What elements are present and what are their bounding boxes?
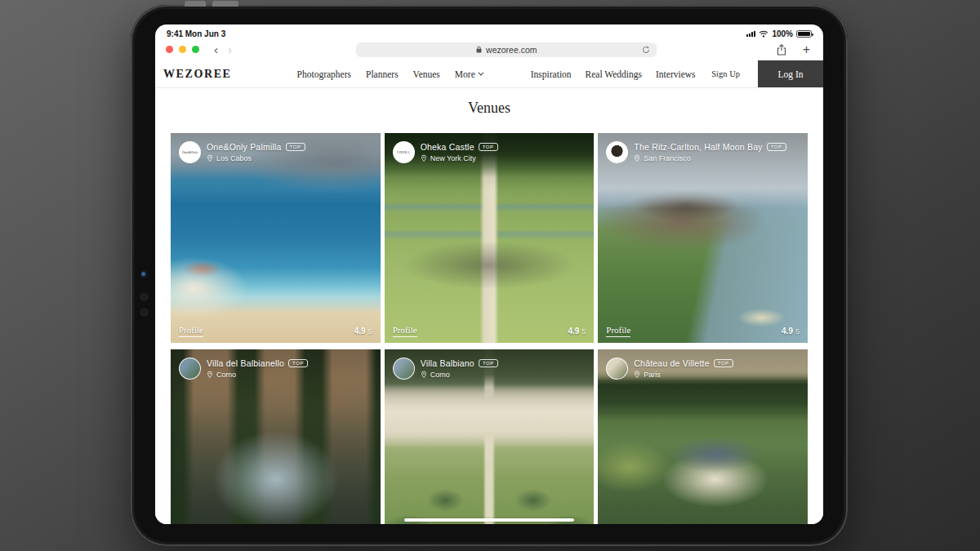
venue-location: Paris	[644, 371, 661, 379]
venue-rating: 4.9	[782, 327, 793, 335]
share-icon[interactable]	[777, 44, 786, 56]
forward-button[interactable]: ›	[223, 43, 237, 56]
chevron-down-icon	[478, 70, 483, 76]
profile-link[interactable]: Profile	[179, 325, 203, 337]
location-pin-icon	[634, 371, 640, 379]
nav-inspiration[interactable]: Inspiration	[531, 69, 572, 79]
page-title: Venues	[155, 88, 823, 133]
nav-planners[interactable]: Planners	[366, 69, 399, 79]
web-page: WEZOREE Photographers Planners Venues Mo…	[155, 60, 823, 524]
location-pin-icon	[207, 371, 213, 379]
venue-name: One&Only Palmilla	[207, 142, 282, 152]
home-indicator[interactable]	[404, 518, 574, 522]
location-pin-icon	[421, 154, 427, 162]
venue-review-count: 5	[795, 327, 800, 335]
minimize-window-button[interactable]	[179, 46, 186, 53]
bezel-sensor-dot	[140, 308, 149, 317]
venue-location: Como	[216, 371, 236, 379]
venue-avatar[interactable]	[393, 358, 415, 380]
venue-avatar[interactable]	[179, 358, 201, 380]
venue-card-oheka-castle[interactable]: OHEKA Oheka CastleTOP New York City Prof…	[385, 133, 595, 343]
location-pin-icon	[207, 154, 213, 162]
sign-up-link[interactable]: Sign Up	[711, 69, 758, 78]
lock-icon	[476, 46, 482, 53]
nav-real-weddings[interactable]: Real Weddings	[586, 69, 642, 79]
location-pin-icon	[421, 371, 427, 379]
device-screen: 9:41 Mon Jun 3 100% ‹ ›	[155, 24, 823, 524]
top-badge: TOP	[288, 359, 308, 367]
venue-name: Villa Balbiano	[421, 358, 474, 368]
cellular-signal-icon	[746, 31, 755, 38]
status-bar: 9:41 Mon Jun 3 100%	[155, 24, 823, 38]
venue-avatar[interactable]: One&Only	[179, 141, 201, 163]
nav-venues[interactable]: Venues	[413, 69, 440, 79]
nav-interviews[interactable]: Interviews	[656, 69, 696, 79]
power-button	[185, 1, 206, 7]
battery-percent-label: 100%	[772, 29, 793, 38]
wezoree-logo[interactable]: WEZOREE	[163, 68, 232, 81]
url-text: wezoree.com	[486, 45, 537, 55]
log-in-button[interactable]: Log In	[758, 60, 823, 87]
ipad-device-frame: 9:41 Mon Jun 3 100% ‹ ›	[131, 5, 848, 546]
volume-button	[212, 1, 238, 7]
refresh-icon[interactable]	[642, 46, 650, 54]
bezel-sensor-dot	[140, 292, 149, 301]
profile-link[interactable]: Profile	[606, 325, 630, 337]
top-badge: TOP	[479, 143, 498, 151]
venue-card-one-and-only-palmilla[interactable]: One&Only One&Only PalmillaTOP Los Cabos …	[171, 133, 381, 343]
venue-rating: 4.9	[354, 327, 366, 335]
venue-name: Château de Villette	[634, 358, 709, 368]
primary-nav: Photographers Planners Venues More	[297, 69, 482, 79]
new-tab-button[interactable]: +	[803, 43, 810, 56]
venue-name: Oheka Castle	[421, 142, 474, 152]
window-controls	[166, 46, 199, 53]
top-badge: TOP	[714, 359, 733, 367]
top-badge: TOP	[767, 143, 786, 151]
secondary-nav: Inspiration Real Weddings Interviews	[531, 69, 696, 79]
venue-review-count: 5	[368, 327, 372, 335]
venue-card-chateau-de-villette[interactable]: Château de VilletteTOP Paris	[598, 349, 808, 524]
back-button[interactable]: ‹	[209, 43, 223, 56]
address-bar[interactable]: wezoree.com	[356, 42, 657, 57]
site-header: WEZOREE Photographers Planners Venues Mo…	[155, 60, 823, 88]
venue-name: The Ritz-Carlton, Half Moon Bay	[634, 142, 762, 152]
nav-photographers[interactable]: Photographers	[297, 69, 351, 79]
venue-card-villa-del-balbianello[interactable]: Villa del BalbianelloTOP Como	[171, 349, 381, 524]
top-badge: TOP	[479, 359, 498, 367]
nav-more[interactable]: More	[455, 69, 482, 79]
venue-location: Como	[430, 371, 450, 379]
venue-name: Villa del Balbianello	[207, 358, 284, 368]
status-datetime: 9:41 Mon Jun 3	[167, 29, 225, 38]
location-pin-icon	[634, 154, 640, 162]
browser-toolbar: ‹ › wezoree.com	[155, 38, 823, 60]
venue-avatar[interactable]	[606, 141, 628, 163]
venue-card-villa-balbiano[interactable]: Villa BalbianoTOP Como	[385, 349, 595, 524]
venue-location: Los Cabos	[216, 154, 252, 162]
front-camera	[140, 271, 148, 278]
venue-rating: 4.9	[568, 327, 579, 335]
venue-location: San Francisco	[644, 154, 691, 162]
wifi-icon	[759, 30, 768, 38]
zoom-window-button[interactable]	[192, 46, 199, 53]
battery-icon	[796, 30, 812, 38]
close-window-button[interactable]	[166, 46, 173, 53]
venues-grid: One&Only One&Only PalmillaTOP Los Cabos …	[155, 133, 823, 524]
top-badge: TOP	[286, 143, 305, 151]
venue-avatar[interactable]	[606, 358, 628, 380]
profile-link[interactable]: Profile	[393, 325, 417, 337]
venue-location: New York City	[430, 154, 476, 162]
venue-avatar[interactable]: OHEKA	[393, 141, 415, 163]
venue-card-ritz-carlton-half-moon-bay[interactable]: The Ritz-Carlton, Half Moon BayTOP San F…	[598, 133, 808, 343]
venue-review-count: 5	[581, 327, 586, 335]
